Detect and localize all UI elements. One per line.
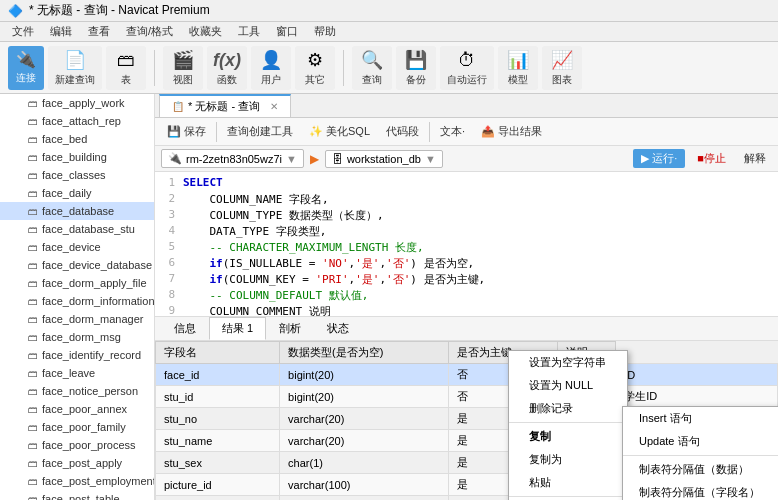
cell-type: varchar(20) [280,430,449,452]
sidebar-item-face_identify_record[interactable]: 🗃face_identify_record [0,346,154,364]
table-icon: 🗃 [28,260,38,271]
app-icon: 🔷 [8,4,23,18]
autorun-button[interactable]: ⏱ 自动运行 [440,46,494,90]
code-line: 8 -- COLUMN_DEFAULT 默认值, [155,288,778,304]
chart-button[interactable]: 📈 图表 [542,46,582,90]
code-snippet-button[interactable]: 代码段 [380,122,425,141]
sidebar-item-face_device_database[interactable]: 🗃face_device_database [0,256,154,274]
run-icon: ▶ [641,152,649,165]
sidebar-item-label: face_identify_record [42,349,141,361]
table-icon: 🗃 [28,296,38,307]
context-menu-item[interactable]: 删除记录 [509,397,627,420]
table-icon: 🗃 [28,278,38,289]
result-tab-0[interactable]: 信息 [161,317,209,340]
run-button[interactable]: ▶ 运行· [633,149,685,168]
col-header-type[interactable]: 数据类型(是否为空) [280,342,449,364]
menu-item-编辑[interactable]: 编辑 [42,22,80,41]
sidebar-item-face_dorm_msg[interactable]: 🗃face_dorm_msg [0,328,154,346]
sidebar-item-face_apply_work[interactable]: 🗃face_apply_work [0,94,154,112]
beautify-icon: ✨ [309,125,323,138]
sub-context-menu-item[interactable]: 制表符分隔值（字段名） [623,481,778,500]
beautify-button[interactable]: ✨ 美化SQL [303,122,376,141]
sub-context-menu-item[interactable]: Update 语句 [623,430,778,453]
line-number: 5 [155,240,183,256]
query-editor[interactable]: 1SELECT2 COLUMN_NAME 字段名,3 COLUMN_TYPE 数… [155,172,778,317]
sub-context-menu-item[interactable]: Insert 语句 [623,407,778,430]
connection-selector[interactable]: 🔌 rm-2zetn83n05wz7i ▼ [161,149,304,168]
cell-name: picture_id [156,474,280,496]
active-tab[interactable]: 📋 * 无标题 - 查询 ✕ [159,94,291,117]
new-query-button[interactable]: 📄 新建查询 [48,46,102,90]
context-menu-item[interactable]: 设置为空字符串 [509,351,627,374]
sidebar-item-face_dorm_apply_file[interactable]: 🗃face_dorm_apply_file [0,274,154,292]
sidebar-item-face_classes[interactable]: 🗃face_classes [0,166,154,184]
context-menu-item[interactable]: 粘贴 [509,471,627,494]
stop-button[interactable]: ■停止 [691,149,732,168]
context-menu-item[interactable]: 复制为 [509,448,627,471]
cell-type: tinyint(4) [280,496,449,501]
context-menu-item[interactable]: 复制 [509,425,627,448]
sidebar-item-face_poor_process[interactable]: 🗃face_poor_process [0,436,154,454]
sidebar-item-face_device[interactable]: 🗃face_device [0,238,154,256]
connect-button[interactable]: 🔌 连接 [8,46,44,90]
func-button[interactable]: f(x) 函数 [207,46,247,90]
menu-item-窗口[interactable]: 窗口 [268,22,306,41]
sidebar-item-face_poor_family[interactable]: 🗃face_poor_family [0,418,154,436]
table-icon: 🗃 [28,422,38,433]
table-row[interactable]: stu_idbigint(20)否否学生ID [156,386,778,408]
model-button[interactable]: 📊 模型 [498,46,538,90]
sidebar-item-face_daily[interactable]: 🗃face_daily [0,184,154,202]
sidebar-item-face_leave[interactable]: 🗃face_leave [0,364,154,382]
tab-close-icon[interactable]: ✕ [270,101,278,112]
sidebar-item-label: face_classes [42,169,106,181]
sidebar-item-label: face_notice_person [42,385,138,397]
sidebar-item-face_building[interactable]: 🗃face_building [0,148,154,166]
backup-button[interactable]: 💾 备份 [396,46,436,90]
sidebar-item-face_dorm_information[interactable]: 🗃face_dorm_information [0,292,154,310]
line-number: 2 [155,192,183,208]
sidebar-item-face_poor_annex[interactable]: 🗃face_poor_annex [0,400,154,418]
table-button[interactable]: 🗃 表 [106,46,146,90]
other-button[interactable]: ⚙ 其它 [295,46,335,90]
sidebar-item-face_attach_rep[interactable]: 🗃face_attach_rep [0,112,154,130]
code-text: SELECT [183,176,778,192]
sidebar-item-face_post_employment[interactable]: 🗃face_post_employment [0,472,154,490]
sidebar-item-face_dorm_manager[interactable]: 🗃face_dorm_manager [0,310,154,328]
sidebar-item-face_post_table[interactable]: 🗃face_post_table [0,490,154,500]
sidebar-item-face_database_stu[interactable]: 🗃face_database_stu [0,220,154,238]
query-button[interactable]: 🔍 查询 [352,46,392,90]
cell-type: varchar(100) [280,474,449,496]
database-selector[interactable]: 🗄 workstation_db ▼ [325,150,443,168]
sidebar-item-face_notice_person[interactable]: 🗃face_notice_person [0,382,154,400]
export-button[interactable]: 📤 导出结果 [475,122,548,141]
sidebar-item-label: face_poor_process [42,439,136,451]
table-icon: 🗃 [28,206,38,217]
table-row[interactable]: face_idbigint(20)否是ID [156,364,778,386]
save-button[interactable]: 💾 保存 [161,122,212,141]
query-builder-button[interactable]: 查询创建工具 [221,122,299,141]
explain-button[interactable]: 解释 [738,149,772,168]
user-button[interactable]: 👤 用户 [251,46,291,90]
table-icon: 🗃 [28,314,38,325]
menu-item-文件[interactable]: 文件 [4,22,42,41]
context-menu-separator [509,422,627,423]
text-button[interactable]: 文本· [434,122,471,141]
context-menu-item[interactable]: 设置为 NULL [509,374,627,397]
menu-item-帮助[interactable]: 帮助 [306,22,344,41]
result-tab-1[interactable]: 结果 1 [209,317,266,340]
menu-item-查询/格式[interactable]: 查询/格式 [118,22,181,41]
menu-item-工具[interactable]: 工具 [230,22,268,41]
result-tab-3[interactable]: 状态 [314,317,362,340]
sub-context-menu-item[interactable]: 制表符分隔值（数据） [623,458,778,481]
code-line: 1SELECT [155,176,778,192]
col-header-name[interactable]: 字段名 [156,342,280,364]
sidebar-item-face_post_apply[interactable]: 🗃face_post_apply [0,454,154,472]
table-icon: 🗃 [28,224,38,235]
menu-item-查看[interactable]: 查看 [80,22,118,41]
video-button[interactable]: 🎬 视图 [163,46,203,90]
menu-item-收藏夹[interactable]: 收藏夹 [181,22,230,41]
sidebar-item-face_database[interactable]: 🗃face_database [0,202,154,220]
result-tab-2[interactable]: 剖析 [266,317,314,340]
save-icon: 💾 [167,125,181,138]
sidebar-item-face_bed[interactable]: 🗃face_bed [0,130,154,148]
